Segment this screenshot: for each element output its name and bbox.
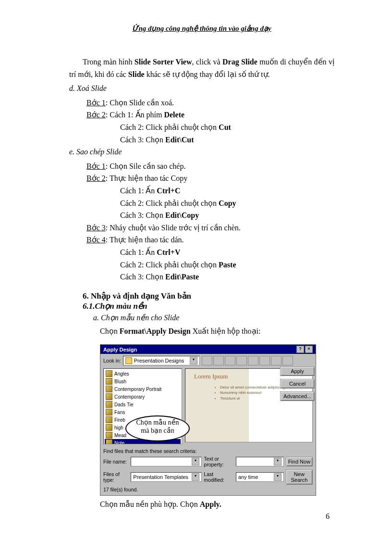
properties-icon[interactable] [259,356,270,365]
substep: Cách 2: Click phải chuột chọn Paste [120,259,334,271]
step-row: Bớc 4: Thực hiện thao tác dán. [86,234,334,246]
text: Cách 1: Ấn [120,187,157,195]
text-bold: Slide Sorter View [135,58,192,66]
new-search-button[interactable]: New Search [286,469,313,485]
search-header: Find files that match these search crite… [103,448,313,454]
file-icon [106,393,112,400]
file-icon [106,409,112,415]
step-row: Bớc 2: Cách 1: Ấn phím Delete [86,109,334,121]
text: Xuất hiện hộp thoại: [191,327,261,335]
page-header: Ứng dụng công nghệ thông tin vào giảng d… [69,24,334,33]
text: khác sẽ tự động thay đổi lại số thứ tự. [145,70,270,78]
callout-line: mà bạn cần [141,427,174,434]
list-item[interactable]: Contemporary Portrait [105,385,181,393]
step-label: Bớc 2 [86,111,106,119]
lookin-dropdown[interactable]: Presentation Designs ▾ [123,356,200,365]
list-item[interactable]: Blush [105,377,181,385]
substep: Cách 1: Ấn Ctrl+C [120,185,334,197]
commands-icon[interactable] [282,356,293,365]
substep: Cách 3: Chọn Edit\Cut [120,134,334,146]
heading-6-1-a: a. Chọn mẫu nền cho Slide [93,311,334,325]
found-count: 17 file(s) found. [103,487,313,492]
dialog-titlebar: Apply Design ? × [100,345,316,354]
key-name: Ctrl+C [157,187,180,195]
heading-6: 6. Nhập và định dạng Văn bản [83,291,334,301]
key-name: Delete [164,111,184,119]
textprop-label: Text or property: [204,456,233,467]
text-bold: Drag Slide [222,58,257,66]
filetype-dropdown[interactable]: Presentation Templates▾ [131,472,202,482]
list-item[interactable]: Contemporary [105,393,181,401]
after-dialog-text: Chọn mẫu nền phù hợp. Chọn Apply. [100,500,334,509]
text: Cách 1: Ấn [120,248,157,256]
step-label: Bớc 2 [86,174,106,182]
list-item[interactable]: Fans [105,408,181,416]
step-text: : Chọn Slide cần xoá. [106,99,174,107]
key-name: Ctrl+V [157,248,180,256]
step-row: Bớc 3: Nháy chuột vào Slide trớc vị trí … [86,222,334,234]
text: Trong màn hình [83,58,135,66]
file-icon [106,378,112,385]
menu-name: Edit\Copy [165,211,199,219]
callout-bubble: Chọn mẫu nền mà bạn cần [125,415,190,441]
step-row: Bớc 1: Chọn Slide cần xoá. [86,97,334,109]
step-text: : Thực hiện thao tác Copy [106,174,187,182]
step-row: Bớc 1: Chọn Sile cần sao chép. [86,160,334,173]
list-view-icon[interactable] [236,356,247,365]
file-icon [106,440,112,444]
step-label: Bớc 4 [86,236,106,244]
details-view-icon[interactable] [248,356,258,365]
step-text: : Thực hiện thao tác dán. [106,236,184,244]
text: Chọn [100,327,120,335]
up-folder-icon[interactable] [202,356,212,365]
help-icon[interactable]: ? [296,346,304,353]
apply-design-dialog: Apply Design ? × Look in: Presentation D… [100,344,316,496]
callout-line: Chọn mẫu nền [136,419,179,426]
file-icon [106,424,112,431]
new-folder-icon[interactable] [225,356,235,365]
text: Chọn mẫu nền phù hợp. Chọn [100,500,200,508]
menu-name: Paste [219,261,236,269]
menu-name: Copy [219,199,236,207]
substep: Cách 3: Chọn Edit\Paste [120,271,334,283]
file-icon [106,386,112,392]
text: Cách 3: Chọn [120,136,165,144]
page-number: 6 [326,512,330,521]
substep: Cách 2: Click phải chuột chọn Copy [120,197,334,210]
preview-icon[interactable] [271,356,282,365]
step-text: : Cách 1: Ấn phím [106,111,164,119]
apply-button[interactable]: Apply [280,366,315,376]
list-item[interactable]: Dads Tie [105,401,181,408]
section-e-heading: e. Sao chép Slide [69,146,334,158]
substep: Cách 3: Chọn Edit\Copy [120,209,334,222]
menu-name: Edit\Cut [165,136,194,144]
text: Cách 3: Chọn [120,273,165,281]
step-label: Bớc 1 [86,162,106,170]
dialog-title: Apply Design [103,347,137,352]
close-icon[interactable]: × [305,346,313,353]
heading-6-1: 6.1.Chọn màu nền [83,301,334,311]
text: Cách 2: Click phải chuột chọn [120,199,219,207]
instruction: Chọn Format\Apply Design Xuất hiện hộp t… [100,325,334,339]
lastmod-dropdown[interactable]: any time▾ [236,472,284,482]
find-now-button[interactable]: Find Now [286,457,313,466]
step-label: Bớc 1 [86,99,106,107]
filename-input[interactable]: ▾ [131,457,202,466]
list-item[interactable]: Angles [105,370,181,377]
text: Cách 2: Click phải chuột chọn [120,261,219,269]
cancel-button[interactable]: Cancel [280,379,315,389]
text: , click và [192,58,222,66]
text: Cách 2: Click phải chuột chọn [120,123,219,131]
step-text: : Nháy chuột vào Slide trớc vị trí cần c… [106,224,241,232]
advanced-button[interactable]: Advanced... [280,391,315,401]
step-label: Bớc 3 [86,224,106,232]
favorites-icon[interactable] [213,356,224,365]
file-icon [106,416,112,423]
menu-name: Format\Apply Design [120,327,191,335]
substep: Cách 2: Click phải chuột chọn Cut [120,121,334,134]
text: Cách 3: Chọn [120,211,165,219]
section-d-heading: d. Xoá Slide [69,82,334,95]
textprop-input[interactable]: ▾ [236,457,284,466]
file-icon [106,370,112,377]
filetype-value: Presentation Templates [133,474,188,480]
